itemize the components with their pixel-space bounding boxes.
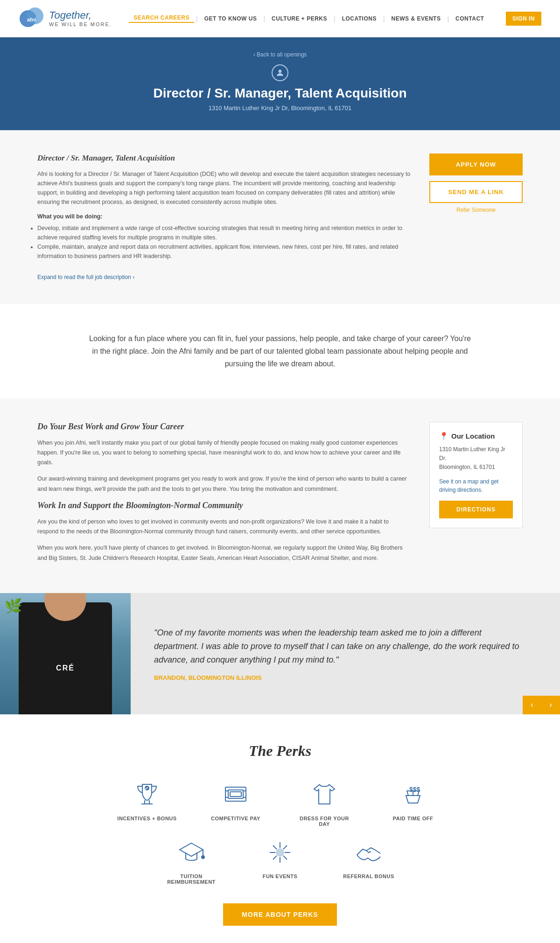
nav-news-events[interactable]: NEWS & EVENTS bbox=[387, 15, 446, 22]
testimonial-next-button[interactable]: › bbox=[541, 696, 560, 714]
perk-competitive-pay-label: COMPETITIVE PAY bbox=[211, 816, 260, 821]
perk-incentives-label: INCENTIVES + BONUS bbox=[117, 816, 176, 821]
afni-logo-icon: afni bbox=[19, 6, 44, 31]
svg-line-22 bbox=[283, 856, 287, 859]
perks-title: The Perks bbox=[37, 742, 523, 760]
perk-incentives: INCENTIVES + BONUS bbox=[117, 778, 177, 827]
svg-text:afni: afni bbox=[27, 17, 36, 22]
job-bullet-1: Develop, initiate and implement a wide r… bbox=[37, 224, 411, 242]
perks-row-2: TUITION REIMBURSEMENT FUN EVENTS bbox=[37, 836, 523, 885]
location-card-title: 📍 Our Location bbox=[439, 432, 513, 440]
testimonial-location: , Bloomington Illinois bbox=[185, 674, 261, 681]
job-description-section: Director / Sr. Manager, Talent Acquisiti… bbox=[0, 130, 560, 304]
hero-banner: Back to all openings Director / Sr. Mana… bbox=[0, 37, 560, 130]
directions-button[interactable]: DIRECTIONS bbox=[439, 501, 513, 518]
do-your-best-heading: Do Your Best Work and Grow Your Career bbox=[37, 422, 411, 432]
svg-line-24 bbox=[273, 856, 277, 859]
do-your-best-para2: Our award-winning training and developme… bbox=[37, 474, 411, 494]
money-icon bbox=[219, 778, 252, 811]
refer-someone-link[interactable]: Refer Someone bbox=[429, 207, 523, 213]
graduation-icon bbox=[175, 836, 208, 869]
job-section-title: Director / Sr. Manager, Talent Acquisiti… bbox=[37, 154, 411, 163]
svg-marker-14 bbox=[180, 843, 203, 856]
perks-row-1: INCENTIVES + BONUS COMPETITIVE PAY bbox=[37, 778, 523, 827]
testimonial-prev-button[interactable]: ‹ bbox=[523, 696, 541, 714]
svg-point-16 bbox=[202, 856, 204, 859]
job-bullet-2: Compile, maintain, analyze and report da… bbox=[37, 242, 411, 261]
send-link-button[interactable]: SEND ME A LINK bbox=[429, 181, 523, 203]
svg-point-25 bbox=[276, 849, 284, 856]
nav-contact[interactable]: CONTACT bbox=[451, 15, 489, 22]
perk-dress-label: DRESS FOR YOUR DAY bbox=[294, 816, 355, 827]
job-title: Director / Sr. Manager, Talent Acquisiti… bbox=[0, 86, 560, 101]
location-card: 📍 Our Location 1310 Martin Luther King J… bbox=[429, 422, 523, 529]
svg-line-21 bbox=[273, 845, 277, 849]
testimonial-image: CRÉ 🌿 bbox=[0, 593, 131, 714]
person-icon bbox=[272, 64, 288, 81]
job-sidebar: APPLY NOW SEND ME A LINK Refer Someone bbox=[429, 154, 523, 281]
perk-referral: REFERRAL BONUS bbox=[338, 836, 399, 885]
pto-icon: $$$ bbox=[397, 778, 429, 811]
tagline-section: Looking for a fun place where you can fi… bbox=[0, 304, 560, 398]
do-your-best-section: Do Your Best Work and Grow Your Career W… bbox=[0, 398, 560, 593]
what-you-do-label: What you will be doing: bbox=[37, 213, 411, 220]
perk-dress: DRESS FOR YOUR DAY bbox=[294, 778, 355, 827]
logo-area: afni Together, WE WILL BE MORE. bbox=[19, 6, 112, 31]
logo-text-area: Together, WE WILL BE MORE. bbox=[49, 10, 112, 27]
perk-pto-label: PAID TIME OFF bbox=[393, 816, 433, 821]
sign-in-button[interactable]: SIGN IN bbox=[506, 12, 541, 26]
tagline-text: Looking for a fun place where you can fi… bbox=[89, 332, 471, 370]
testimonial-section: CRÉ 🌿 "One of my favorite moments was wh… bbox=[0, 593, 560, 714]
testimonial-quote: "One of my favorite moments was when the… bbox=[154, 626, 523, 666]
perk-fun-events-label: FUN EVENTS bbox=[263, 873, 298, 879]
svg-rect-7 bbox=[230, 792, 241, 796]
nav-culture-perks[interactable]: CULTURE + PERKS bbox=[267, 15, 332, 22]
perk-referral-label: REFERRAL BONUS bbox=[343, 873, 394, 879]
logo-tagline: Together, bbox=[49, 10, 112, 21]
trophy-icon bbox=[131, 778, 163, 811]
do-your-best-para1: When you join Afni, we'll instantly make… bbox=[37, 438, 411, 468]
do-your-best-main: Do Your Best Work and Grow Your Career W… bbox=[37, 422, 411, 570]
testimonial-nav-arrows: ‹ › bbox=[523, 696, 560, 714]
perks-section: The Perks INCENTIVES + BONUS bbox=[0, 714, 560, 943]
location-pin-icon: 📍 bbox=[439, 432, 448, 440]
nav-search-careers[interactable]: SEARCH CAREERS bbox=[129, 14, 194, 23]
more-perks-button[interactable]: MORE ABOUT PERKS bbox=[223, 903, 336, 926]
location-sidebar: 📍 Our Location 1310 Martin Luther King J… bbox=[429, 422, 523, 570]
nav-get-to-know-us[interactable]: GET TO KNOW US bbox=[200, 15, 262, 22]
job-bullets: Develop, initiate and implement a wide r… bbox=[37, 224, 411, 261]
shirt-icon bbox=[308, 778, 341, 811]
location-address: 1310 Martin Luther King Jr Dr. Bloomingt… bbox=[439, 445, 513, 472]
handshake-icon bbox=[352, 836, 385, 869]
perk-fun-events: FUN EVENTS bbox=[250, 836, 310, 885]
nav-locations[interactable]: LOCATIONS bbox=[337, 15, 381, 22]
logo-subtitle: WE WILL BE MORE. bbox=[49, 21, 112, 27]
community-heading: Work In and Support the Bloomington-Norm… bbox=[37, 501, 411, 510]
see-map-link[interactable]: See it on a map and get driving directio… bbox=[439, 477, 513, 494]
back-to-openings-link[interactable]: Back to all openings bbox=[0, 51, 560, 58]
community-para3: Are you the kind of person who loves to … bbox=[37, 517, 411, 537]
testimonial-attribution: BRANDON, Bloomington Illinois bbox=[154, 674, 523, 681]
svg-line-23 bbox=[283, 845, 287, 849]
perk-tuition-label: TUITION REIMBURSEMENT bbox=[161, 873, 222, 885]
job-main-content: Director / Sr. Manager, Talent Acquisiti… bbox=[37, 154, 411, 281]
testimonial-name: BRANDON bbox=[154, 674, 185, 681]
testimonial-content: "One of my favorite moments was when the… bbox=[131, 593, 560, 714]
sparkle-icon bbox=[264, 836, 296, 869]
job-address: 1310 Martin Luther King Jr Dr, Bloomingt… bbox=[0, 105, 560, 112]
perk-pto: $$$ PAID TIME OFF bbox=[383, 778, 443, 827]
header: afni Together, WE WILL BE MORE. SEARCH C… bbox=[0, 0, 560, 37]
perk-competitive-pay: COMPETITIVE PAY bbox=[205, 778, 266, 827]
svg-point-3 bbox=[279, 70, 282, 73]
perk-tuition: TUITION REIMBURSEMENT bbox=[161, 836, 222, 885]
expand-job-link[interactable]: Expand to read the full job description … bbox=[37, 274, 134, 280]
community-para4: When you work here, you'll have plenty o… bbox=[37, 543, 411, 563]
main-nav: SEARCH CAREERS | GET TO KNOW US | CULTUR… bbox=[129, 14, 489, 23]
job-description-text: Afni is looking for a Director / Sr. Man… bbox=[37, 169, 411, 207]
apply-now-button[interactable]: APPLY NOW bbox=[429, 154, 523, 175]
